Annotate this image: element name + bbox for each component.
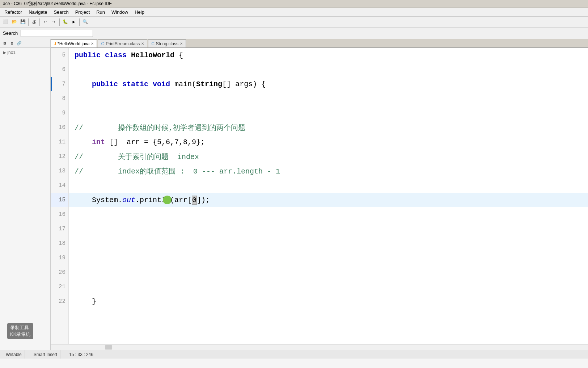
toolbar: ⬜ 📂 💾 🖨 ↩ ↪ 🐛 ▶ 🔍 — [0, 17, 588, 28]
kw-static7: static — [122, 80, 148, 88]
line-num-14: 14 — [51, 178, 68, 193]
tab-printstream-icon: C — [101, 41, 104, 46]
code-content[interactable]: public class HelloWorld { public static — [69, 48, 588, 344]
tab-string[interactable]: C String.class ✕ — [148, 39, 186, 47]
line-num-7: 7 — [51, 77, 68, 91]
toolbar-sep3 — [59, 18, 60, 26]
menu-navigate[interactable]: Navigate — [26, 9, 50, 16]
toolbar-open[interactable]: 📂 — [10, 18, 18, 26]
toolbar-sep1 — [28, 18, 29, 26]
code-line-7: public static void main( String [] args)… — [69, 77, 588, 91]
tab-helloworld-label: *HelloWorld.java — [58, 41, 89, 46]
line-num-15: 15 — [51, 193, 68, 207]
toolbar-new[interactable]: ⬜ — [1, 18, 9, 26]
watermark-line2: KK录像机 — [10, 331, 30, 338]
comment-10: // 操作数组的时候,初学者遇到的两个问题 — [75, 123, 245, 133]
sidebar-collapse[interactable]: ⊟ — [1, 40, 8, 47]
line-num-19: 19 — [51, 251, 68, 265]
menu-bar: Refactor Navigate Search Project Run Win… — [0, 8, 588, 17]
status-insert: Smart Insert — [31, 350, 60, 359]
tab-string-icon: C — [151, 41, 155, 46]
tab-helloworld-icon: J — [54, 41, 56, 46]
kw-void7: void — [153, 80, 170, 88]
sidebar-content: ▶ jh01 — [0, 48, 50, 350]
type-string7: String — [196, 80, 222, 88]
line-num-6: 6 — [51, 62, 68, 77]
tab-string-label: String.class — [156, 41, 178, 46]
tabs-bar: J *HelloWorld.java ✕ C PrintStream.class… — [51, 39, 588, 48]
code-line-5: public class HelloWorld { — [69, 48, 588, 62]
title-text: ace - C36_02预科/src/jh01/HelloWorld.java … — [3, 1, 112, 7]
kw-int11: int — [92, 138, 105, 146]
code-line-15[interactable]: System. out .println(arr[ 0 ]); — [69, 193, 588, 207]
editor-area: J *HelloWorld.java ✕ C PrintStream.class… — [51, 39, 588, 350]
menu-window[interactable]: Window — [109, 9, 131, 16]
kw-public7: public — [92, 80, 118, 88]
code-line-16 — [69, 207, 588, 222]
menu-project[interactable]: Project — [72, 9, 93, 16]
title-bar: ace - C36_02预科/src/jh01/HelloWorld.java … — [0, 0, 588, 8]
line-num-5: 5 — [51, 48, 68, 62]
menu-search[interactable]: Search — [51, 9, 71, 16]
line-num-18: 18 — [51, 236, 68, 251]
code-line-20 — [69, 265, 588, 280]
toolbar-run[interactable]: ▶ — [70, 18, 78, 26]
watermark-line1: 录制工具 — [10, 325, 30, 331]
line-num-11: 11 — [51, 135, 68, 149]
code-line-13: // index的取值范围 : 0 --- arr.length - 1 — [69, 164, 588, 178]
line7-marker — [51, 77, 52, 91]
toolbar-redo[interactable]: ↪ — [50, 18, 58, 26]
comment-13: // index的取值范围 : 0 --- arr.length - 1 — [75, 166, 280, 176]
line-num-17: 17 — [51, 222, 68, 236]
code-editor[interactable]: 5 6 7 8 9 10 11 12 13 14 15 16 17 18 19 … — [51, 48, 588, 344]
horizontal-scrollbar[interactable] — [51, 344, 588, 350]
status-position: 15 : 33 : 246 — [66, 350, 96, 359]
sidebar-link[interactable]: 🔗 — [16, 40, 22, 47]
tab-string-close[interactable]: ✕ — [180, 42, 183, 46]
line-num-22: 22 — [51, 294, 68, 309]
line-num-12: 12 — [51, 149, 68, 164]
kw-public5: public — [75, 51, 101, 59]
sidebar-expand[interactable]: ⊞ — [9, 40, 15, 47]
kw-class5: class — [105, 51, 127, 59]
tab-printstream[interactable]: C PrintStream.class ✕ — [98, 39, 147, 47]
toolbar-sep4 — [79, 18, 80, 26]
toolbar-debug[interactable]: 🐛 — [61, 18, 69, 26]
status-writable: Writable — [3, 350, 25, 359]
toolbar-search[interactable]: 🔍 — [81, 18, 89, 26]
toolbar-undo[interactable]: ↩ — [41, 18, 49, 26]
toolbar-sep2 — [39, 18, 40, 26]
comment-12: // 关于索引的问题 index — [75, 152, 199, 162]
package-node[interactable]: ▶ jh01 — [1, 49, 49, 56]
sidebar-toolbar: ⊟ ⊞ 🔗 — [0, 39, 50, 48]
line-num-8: 8 — [51, 91, 68, 106]
line-num-9: 9 — [51, 106, 68, 120]
code-line-19 — [69, 251, 588, 265]
sidebar: ⊟ ⊞ 🔗 ▶ jh01 — [0, 39, 51, 350]
tab-printstream-label: PrintStream.class — [106, 41, 140, 46]
code-line-21 — [69, 280, 588, 294]
toolbar-save[interactable]: 💾 — [19, 18, 27, 26]
code-line-10: // 操作数组的时候,初学者遇到的两个问题 — [69, 120, 588, 135]
menu-run[interactable]: Run — [93, 9, 108, 16]
line-num-16: 16 — [51, 207, 68, 222]
search-bar: Search — [0, 28, 588, 39]
code-line-17 — [69, 222, 588, 236]
tab-helloworld[interactable]: J *HelloWorld.java ✕ — [51, 39, 97, 47]
code-line-11: int [] arr = {5,6,7,8,9}; — [69, 135, 588, 149]
line-num-13: 13 — [51, 164, 68, 178]
search-input[interactable] — [21, 30, 93, 37]
field-out: out — [122, 196, 135, 204]
tab-helloworld-close[interactable]: ✕ — [91, 42, 94, 46]
code-line-12: // 关于索引的问题 index — [69, 149, 588, 164]
line-numbers: 5 6 7 8 9 10 11 12 13 14 15 16 17 18 19 … — [51, 48, 69, 344]
toolbar-print[interactable]: 🖨 — [30, 18, 38, 26]
code-line-18 — [69, 236, 588, 251]
tab-printstream-close[interactable]: ✕ — [141, 42, 144, 46]
classname-hw: HelloWorld — [131, 51, 174, 59]
menu-refactor[interactable]: Refactor — [1, 9, 25, 16]
menu-help[interactable]: Help — [132, 9, 147, 16]
line-num-20: 20 — [51, 265, 68, 280]
status-bar: Writable Smart Insert 15 : 33 : 246 — [0, 350, 588, 359]
scroll-thumb[interactable] — [105, 345, 112, 350]
